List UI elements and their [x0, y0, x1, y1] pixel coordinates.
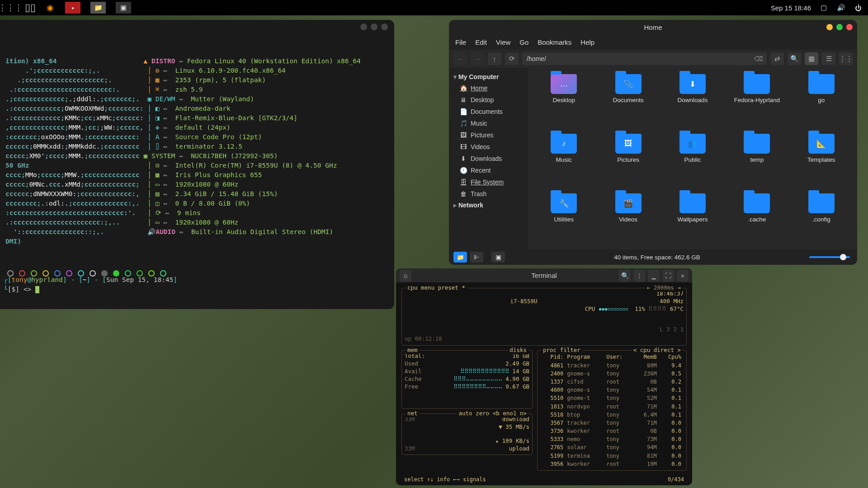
file-desktop[interactable]: …Desktop: [533, 74, 595, 132]
res1: 868x488 @ 60Hz: [175, 181, 238, 188]
file-videos[interactable]: 🎬Videos: [597, 193, 659, 249]
search-button[interactable]: 🔍: [788, 52, 801, 65]
menu-go[interactable]: Go: [519, 38, 528, 46]
menu-file[interactable]: File: [455, 38, 466, 46]
file--cache[interactable]: .cache: [726, 193, 788, 249]
sidebar-item-music[interactable]: 🎵Music: [449, 117, 528, 129]
sidebar-item-recent[interactable]: 🕘Recent: [449, 164, 528, 176]
sidebar-item-pictures[interactable]: 🖼Pictures: [449, 129, 528, 141]
file-utilities[interactable]: 🔧Utilities: [533, 193, 595, 249]
proc-row[interactable]: 1013nordvpnroot71M0.1: [541, 403, 683, 410]
menu-view[interactable]: View: [496, 38, 510, 46]
display-icon[interactable]: ▢: [819, 3, 828, 12]
proc-row[interactable]: 3956kworkerroot10M0.0: [541, 460, 683, 468]
reload-button[interactable]: ⟳: [505, 52, 519, 65]
sidebar-item-home[interactable]: 🏠Home: [449, 82, 528, 94]
file-temp[interactable]: temp: [726, 134, 788, 192]
proc-row[interactable]: 5333nemotony73M0.0: [541, 436, 683, 443]
fm-toolbar: ← → ↑ ⟳ /home/ ⌫ ⇄ 🔍 ▦ ☰ ⋮⋮: [449, 50, 857, 68]
window-close-icon[interactable]: [381, 23, 388, 30]
terminal-toggle[interactable]: ▣: [491, 252, 505, 263]
forward-button[interactable]: →: [471, 52, 484, 65]
proc-row[interactable]: 3567trackertony71M0.0: [541, 419, 683, 427]
panel-clock[interactable]: Sep 15 18:46: [771, 4, 811, 12]
sidebar-item-downloads[interactable]: ⬇Downloads: [449, 153, 528, 164]
file-go[interactable]: go: [790, 74, 853, 132]
maximize-icon[interactable]: ⛶: [662, 270, 674, 282]
taskbar-app-1[interactable]: ▪: [65, 2, 80, 14]
window-min-icon[interactable]: [360, 23, 367, 30]
zoom-slider[interactable]: [809, 256, 850, 258]
home-tab-icon[interactable]: ⌂: [400, 270, 411, 282]
up-button[interactable]: ↑: [488, 52, 501, 65]
activities-icon[interactable]: ⋮⋮⋮: [5, 3, 15, 13]
sidebar-item-documents[interactable]: 📄Documents: [449, 106, 528, 117]
sidebar-section-network[interactable]: Network: [449, 200, 528, 211]
back-button[interactable]: ←: [453, 52, 467, 65]
file-wallpapers[interactable]: Wallpapers: [661, 193, 724, 249]
proc-row[interactable]: 4861trackertony80M9.4: [541, 362, 683, 369]
pictures-icon: 🖼: [460, 131, 467, 139]
firefox-icon[interactable]: ◉: [45, 3, 55, 13]
file-music[interactable]: ♪Music: [533, 134, 595, 192]
tree-toggle[interactable]: ⊩: [470, 252, 483, 263]
proc-row[interactable]: 2400gnome-stony236M0.5: [541, 370, 683, 377]
power-icon[interactable]: ⏻: [854, 3, 863, 12]
window-max-icon[interactable]: [371, 23, 377, 30]
file-pictures[interactable]: 🖼Pictures: [597, 134, 659, 192]
proc-row[interactable]: 5510gnome-ttony52M0.1: [541, 394, 683, 402]
compact-view-button[interactable]: ⋮⋮: [839, 52, 853, 65]
sidebar-item-desktop[interactable]: 🖥Desktop: [449, 94, 528, 106]
folder-icon: 🔧: [551, 193, 577, 213]
sidebar-section-computer[interactable]: My Computer: [449, 71, 528, 82]
folder-icon: 📎: [615, 74, 642, 94]
minimize-icon[interactable]: ▁: [648, 270, 660, 282]
gnome-terminal-window[interactable]: ⌂ Terminal 🔍 ⋮ ▁ ⛶ ✕ cpu menu preset * ←…: [396, 268, 692, 485]
taskbar-app-files[interactable]: 📁: [90, 2, 106, 14]
mem-value: 2.34 GiB / 15.48 GiB (15%): [175, 190, 278, 197]
sidebar-item-videos[interactable]: 🎞Videos: [449, 141, 528, 153]
proc-row[interactable]: 1337cifsdroot0B0.2: [541, 378, 683, 385]
proc-row[interactable]: 4600gnome-stony54M0.1: [541, 386, 683, 394]
close-icon[interactable]: ✕: [677, 270, 689, 282]
places-toggle[interactable]: 📁: [453, 252, 467, 263]
proc-row[interactable]: 5199terminatony81M0.0: [541, 452, 683, 460]
window-close-icon[interactable]: [846, 24, 853, 30]
terminator-window[interactable]: ition) x86_64 ▲ DISTRO ↔ Fedora Linux 40…: [0, 20, 394, 309]
sidebar-item-trash[interactable]: 🗑Trash: [449, 188, 528, 200]
clear-path-icon[interactable]: ⌫: [754, 55, 763, 62]
workspaces-icon[interactable]: ▯▯: [25, 3, 35, 13]
window-min-icon[interactable]: [826, 24, 833, 30]
menu-edit[interactable]: Edit: [475, 38, 487, 46]
file--config[interactable]: .config: [790, 193, 853, 249]
gt-headerbar: ⌂ Terminal 🔍 ⋮ ▁ ⛶ ✕: [396, 268, 692, 282]
shell-prompt[interactable]: ┌[tony@hyprland] - [~] - [Sun Sep 15, 18…: [4, 266, 177, 304]
proc-row[interactable]: 2765solaartony94M0.0: [541, 444, 683, 451]
music-icon: 🎵: [460, 120, 467, 127]
file-manager-window[interactable]: Home File Edit View Go Bookmarks Help ← …: [449, 20, 857, 265]
sidebar-item-file-system[interactable]: 🗄File System: [449, 176, 528, 188]
menu-icon[interactable]: ⋮: [633, 270, 645, 282]
menu-help[interactable]: Help: [580, 38, 594, 46]
menu-bookmarks[interactable]: Bookmarks: [538, 38, 571, 46]
fm-file-grid[interactable]: …Desktop📎Documents⬇DownloadsFedora-Hyprl…: [528, 68, 857, 249]
list-view-button[interactable]: ☰: [822, 52, 835, 65]
file-templates[interactable]: 📐Templates: [790, 134, 853, 192]
folder-icon: [744, 74, 770, 94]
path-bar[interactable]: /home/ ⌫: [522, 52, 767, 65]
file-downloads[interactable]: ⬇Downloads: [661, 74, 724, 132]
videos-icon: 🎞: [460, 143, 467, 150]
volume-icon[interactable]: 🔊: [836, 3, 845, 12]
search-icon[interactable]: 🔍: [619, 270, 631, 282]
file-public[interactable]: 👥Public: [661, 134, 724, 192]
taskbar-app-terminal[interactable]: ▣: [116, 2, 131, 14]
file-fedora-hyprland[interactable]: Fedora-Hyprland: [726, 74, 788, 132]
file-documents[interactable]: 📎Documents: [597, 74, 659, 132]
proc-row[interactable]: 5518btoptony6.4M0.1: [541, 411, 683, 418]
window-max-icon[interactable]: [836, 24, 843, 30]
folder-icon: 📐: [808, 134, 835, 154]
proc-row[interactable]: 3736kworkerroot0B0.0: [541, 427, 683, 435]
icon-view-button[interactable]: ▦: [805, 52, 818, 65]
theme2: Flat-Remix-Blue-Dark [GTK2/3/4]: [175, 114, 297, 122]
toggle-path-button[interactable]: ⇄: [770, 52, 784, 65]
